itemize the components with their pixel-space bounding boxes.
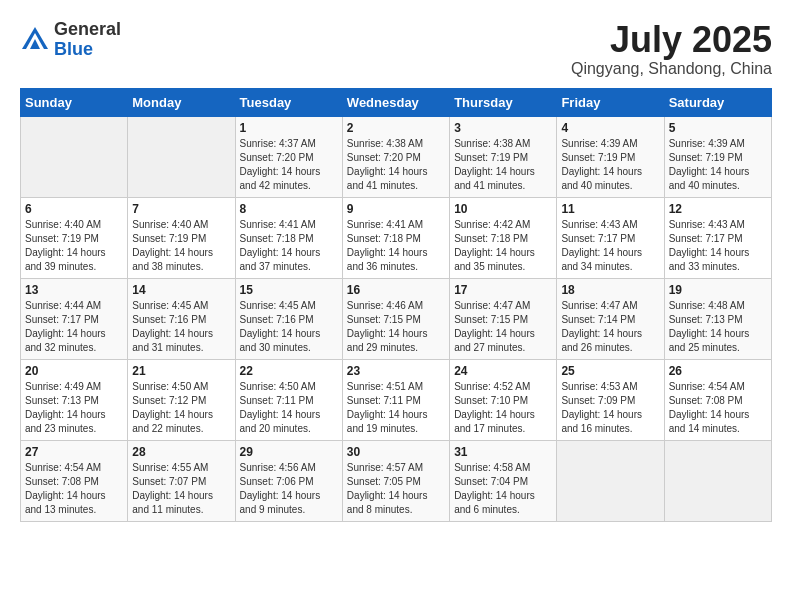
calendar-week-row: 1Sunrise: 4:37 AMSunset: 7:20 PMDaylight… xyxy=(21,116,772,197)
weekday-header: Friday xyxy=(557,88,664,116)
day-number: 19 xyxy=(669,283,767,297)
calendar-cell: 11Sunrise: 4:43 AMSunset: 7:17 PMDayligh… xyxy=(557,197,664,278)
day-info: Sunrise: 4:38 AMSunset: 7:19 PMDaylight:… xyxy=(454,137,552,193)
calendar-cell: 21Sunrise: 4:50 AMSunset: 7:12 PMDayligh… xyxy=(128,359,235,440)
weekday-header: Thursday xyxy=(450,88,557,116)
day-info: Sunrise: 4:48 AMSunset: 7:13 PMDaylight:… xyxy=(669,299,767,355)
day-number: 4 xyxy=(561,121,659,135)
calendar-cell: 29Sunrise: 4:56 AMSunset: 7:06 PMDayligh… xyxy=(235,440,342,521)
day-info: Sunrise: 4:57 AMSunset: 7:05 PMDaylight:… xyxy=(347,461,445,517)
calendar-cell xyxy=(128,116,235,197)
day-info: Sunrise: 4:46 AMSunset: 7:15 PMDaylight:… xyxy=(347,299,445,355)
calendar-cell: 4Sunrise: 4:39 AMSunset: 7:19 PMDaylight… xyxy=(557,116,664,197)
weekday-header: Wednesday xyxy=(342,88,449,116)
day-info: Sunrise: 4:43 AMSunset: 7:17 PMDaylight:… xyxy=(561,218,659,274)
day-info: Sunrise: 4:45 AMSunset: 7:16 PMDaylight:… xyxy=(132,299,230,355)
day-number: 22 xyxy=(240,364,338,378)
day-info: Sunrise: 4:51 AMSunset: 7:11 PMDaylight:… xyxy=(347,380,445,436)
day-number: 23 xyxy=(347,364,445,378)
calendar-cell: 25Sunrise: 4:53 AMSunset: 7:09 PMDayligh… xyxy=(557,359,664,440)
calendar-cell: 15Sunrise: 4:45 AMSunset: 7:16 PMDayligh… xyxy=(235,278,342,359)
calendar-cell xyxy=(664,440,771,521)
day-info: Sunrise: 4:52 AMSunset: 7:10 PMDaylight:… xyxy=(454,380,552,436)
day-info: Sunrise: 4:39 AMSunset: 7:19 PMDaylight:… xyxy=(669,137,767,193)
day-info: Sunrise: 4:53 AMSunset: 7:09 PMDaylight:… xyxy=(561,380,659,436)
day-number: 29 xyxy=(240,445,338,459)
day-number: 14 xyxy=(132,283,230,297)
weekday-header: Saturday xyxy=(664,88,771,116)
calendar-cell xyxy=(21,116,128,197)
day-number: 18 xyxy=(561,283,659,297)
day-number: 20 xyxy=(25,364,123,378)
day-info: Sunrise: 4:50 AMSunset: 7:12 PMDaylight:… xyxy=(132,380,230,436)
calendar-cell: 23Sunrise: 4:51 AMSunset: 7:11 PMDayligh… xyxy=(342,359,449,440)
logo-general: General xyxy=(54,20,121,40)
calendar-cell: 3Sunrise: 4:38 AMSunset: 7:19 PMDaylight… xyxy=(450,116,557,197)
day-number: 13 xyxy=(25,283,123,297)
day-number: 25 xyxy=(561,364,659,378)
day-info: Sunrise: 4:55 AMSunset: 7:07 PMDaylight:… xyxy=(132,461,230,517)
day-number: 6 xyxy=(25,202,123,216)
calendar-cell: 1Sunrise: 4:37 AMSunset: 7:20 PMDaylight… xyxy=(235,116,342,197)
location-title: Qingyang, Shandong, China xyxy=(571,60,772,78)
day-info: Sunrise: 4:50 AMSunset: 7:11 PMDaylight:… xyxy=(240,380,338,436)
page-header: General Blue July 2025 Qingyang, Shandon… xyxy=(20,20,772,78)
logo-icon xyxy=(20,25,50,55)
calendar-cell: 28Sunrise: 4:55 AMSunset: 7:07 PMDayligh… xyxy=(128,440,235,521)
day-info: Sunrise: 4:38 AMSunset: 7:20 PMDaylight:… xyxy=(347,137,445,193)
calendar-cell: 18Sunrise: 4:47 AMSunset: 7:14 PMDayligh… xyxy=(557,278,664,359)
day-info: Sunrise: 4:41 AMSunset: 7:18 PMDaylight:… xyxy=(347,218,445,274)
calendar-week-row: 13Sunrise: 4:44 AMSunset: 7:17 PMDayligh… xyxy=(21,278,772,359)
calendar-cell: 10Sunrise: 4:42 AMSunset: 7:18 PMDayligh… xyxy=(450,197,557,278)
calendar-table: SundayMondayTuesdayWednesdayThursdayFrid… xyxy=(20,88,772,522)
day-info: Sunrise: 4:37 AMSunset: 7:20 PMDaylight:… xyxy=(240,137,338,193)
day-number: 8 xyxy=(240,202,338,216)
day-number: 28 xyxy=(132,445,230,459)
day-number: 11 xyxy=(561,202,659,216)
calendar-cell: 8Sunrise: 4:41 AMSunset: 7:18 PMDaylight… xyxy=(235,197,342,278)
day-info: Sunrise: 4:42 AMSunset: 7:18 PMDaylight:… xyxy=(454,218,552,274)
calendar-cell: 17Sunrise: 4:47 AMSunset: 7:15 PMDayligh… xyxy=(450,278,557,359)
day-number: 2 xyxy=(347,121,445,135)
day-number: 30 xyxy=(347,445,445,459)
day-number: 17 xyxy=(454,283,552,297)
calendar-cell: 2Sunrise: 4:38 AMSunset: 7:20 PMDaylight… xyxy=(342,116,449,197)
calendar-cell: 27Sunrise: 4:54 AMSunset: 7:08 PMDayligh… xyxy=(21,440,128,521)
day-info: Sunrise: 4:47 AMSunset: 7:15 PMDaylight:… xyxy=(454,299,552,355)
calendar-cell: 13Sunrise: 4:44 AMSunset: 7:17 PMDayligh… xyxy=(21,278,128,359)
day-info: Sunrise: 4:58 AMSunset: 7:04 PMDaylight:… xyxy=(454,461,552,517)
day-info: Sunrise: 4:47 AMSunset: 7:14 PMDaylight:… xyxy=(561,299,659,355)
day-info: Sunrise: 4:49 AMSunset: 7:13 PMDaylight:… xyxy=(25,380,123,436)
calendar-cell: 16Sunrise: 4:46 AMSunset: 7:15 PMDayligh… xyxy=(342,278,449,359)
weekday-header: Monday xyxy=(128,88,235,116)
day-info: Sunrise: 4:44 AMSunset: 7:17 PMDaylight:… xyxy=(25,299,123,355)
calendar-cell: 9Sunrise: 4:41 AMSunset: 7:18 PMDaylight… xyxy=(342,197,449,278)
calendar-cell: 7Sunrise: 4:40 AMSunset: 7:19 PMDaylight… xyxy=(128,197,235,278)
month-title: July 2025 xyxy=(571,20,772,60)
calendar-cell: 5Sunrise: 4:39 AMSunset: 7:19 PMDaylight… xyxy=(664,116,771,197)
calendar-cell: 12Sunrise: 4:43 AMSunset: 7:17 PMDayligh… xyxy=(664,197,771,278)
calendar-week-row: 6Sunrise: 4:40 AMSunset: 7:19 PMDaylight… xyxy=(21,197,772,278)
day-info: Sunrise: 4:40 AMSunset: 7:19 PMDaylight:… xyxy=(25,218,123,274)
day-info: Sunrise: 4:40 AMSunset: 7:19 PMDaylight:… xyxy=(132,218,230,274)
calendar-cell: 20Sunrise: 4:49 AMSunset: 7:13 PMDayligh… xyxy=(21,359,128,440)
calendar-cell: 14Sunrise: 4:45 AMSunset: 7:16 PMDayligh… xyxy=(128,278,235,359)
calendar-week-row: 27Sunrise: 4:54 AMSunset: 7:08 PMDayligh… xyxy=(21,440,772,521)
weekday-header: Tuesday xyxy=(235,88,342,116)
day-info: Sunrise: 4:54 AMSunset: 7:08 PMDaylight:… xyxy=(25,461,123,517)
calendar-cell: 19Sunrise: 4:48 AMSunset: 7:13 PMDayligh… xyxy=(664,278,771,359)
calendar-cell: 31Sunrise: 4:58 AMSunset: 7:04 PMDayligh… xyxy=(450,440,557,521)
calendar-cell: 24Sunrise: 4:52 AMSunset: 7:10 PMDayligh… xyxy=(450,359,557,440)
day-number: 3 xyxy=(454,121,552,135)
logo-text: General Blue xyxy=(54,20,121,60)
day-number: 24 xyxy=(454,364,552,378)
day-number: 16 xyxy=(347,283,445,297)
calendar-cell: 30Sunrise: 4:57 AMSunset: 7:05 PMDayligh… xyxy=(342,440,449,521)
day-info: Sunrise: 4:45 AMSunset: 7:16 PMDaylight:… xyxy=(240,299,338,355)
day-number: 26 xyxy=(669,364,767,378)
day-number: 1 xyxy=(240,121,338,135)
calendar-week-row: 20Sunrise: 4:49 AMSunset: 7:13 PMDayligh… xyxy=(21,359,772,440)
calendar-cell: 26Sunrise: 4:54 AMSunset: 7:08 PMDayligh… xyxy=(664,359,771,440)
weekday-header: Sunday xyxy=(21,88,128,116)
day-number: 21 xyxy=(132,364,230,378)
